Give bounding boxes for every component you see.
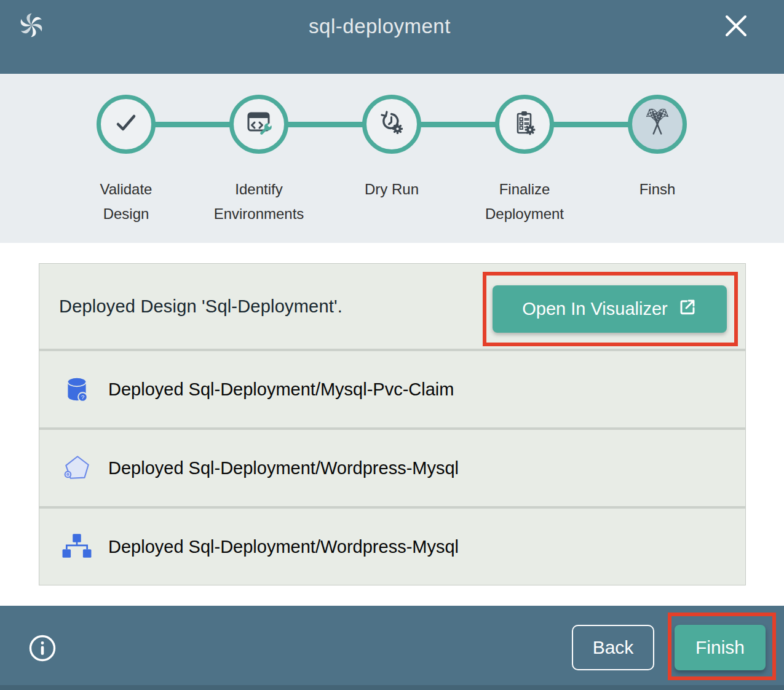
history-gear-icon [377, 108, 406, 140]
info-icon[interactable] [28, 634, 57, 662]
back-button[interactable]: Back [572, 625, 654, 670]
open-in-visualizer-button[interactable]: Open In Visualizer [493, 285, 727, 333]
resource-result-message: Deployed Sql-Deployment/Wordpress-Mysql [108, 458, 459, 478]
external-link-icon [678, 297, 697, 321]
resource-result-row: ? Deployed Sql-Deployment/Mysql-Pvc-Clai… [39, 351, 745, 427]
checkmark-icon [111, 108, 141, 140]
checkered-flags-icon [642, 108, 673, 141]
dialog-header: sql-deployment [0, 0, 784, 74]
step-label-identify-environments: Identify Environments [211, 177, 307, 226]
design-result-row: Deployed Design 'Sql-Deployment'. Open I… [39, 264, 745, 349]
step-label-validate-design: Validate Design [78, 177, 174, 226]
design-result-message: Deployed Design 'Sql-Deployment'. [59, 296, 343, 317]
dialog-bottom-edge [0, 685, 784, 690]
clipboard-gear-icon [510, 108, 539, 140]
pentagon-icon [61, 453, 92, 483]
finish-button[interactable]: Finish [675, 625, 766, 670]
step-finish[interactable] [628, 95, 687, 154]
dialog-title: sql-deployment [0, 15, 759, 38]
code-wrench-icon [244, 108, 274, 140]
wizard-stepper: Validate Design Identify Environments Dr… [0, 74, 784, 243]
step-dry-run[interactable] [362, 95, 421, 154]
step-label-dry-run: Dry Run [344, 177, 440, 202]
step-identify-environments[interactable] [229, 95, 288, 154]
database-icon: ? [61, 374, 92, 405]
step-label-finish: Finsh [609, 177, 705, 202]
deployment-results-list: Deployed Design 'Sql-Deployment'. Open I… [39, 263, 746, 585]
resource-result-row: Deployed Sql-Deployment/Wordpress-Mysql [39, 509, 745, 585]
topology-icon [61, 531, 92, 562]
resource-result-row: Deployed Sql-Deployment/Wordpress-Mysql [39, 430, 745, 506]
step-label-finalize-deployment: Finalize Deployment [477, 177, 572, 226]
step-validate-design[interactable] [97, 95, 156, 154]
open-in-visualizer-label: Open In Visualizer [522, 299, 667, 319]
resource-result-message: Deployed Sql-Deployment/Wordpress-Mysql [108, 537, 459, 557]
dialog-footer: Back Finish [0, 606, 784, 690]
resource-result-message: Deployed Sql-Deployment/Mysql-Pvc-Claim [108, 379, 454, 400]
close-icon[interactable] [723, 12, 750, 39]
step-finalize-deployment[interactable] [495, 95, 554, 154]
deployment-wizard-dialog: sql-deployment [0, 0, 784, 690]
svg-text:?: ? [81, 394, 85, 400]
